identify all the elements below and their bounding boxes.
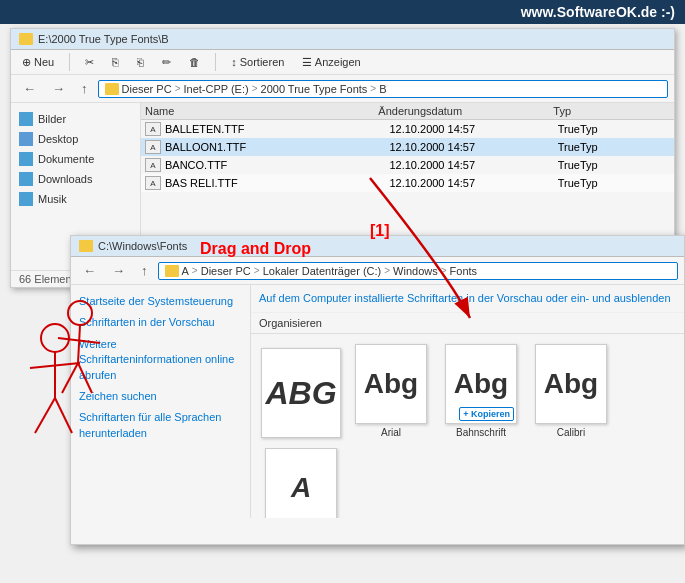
view-button[interactable]: ☰ Anzeigen [297, 54, 365, 71]
sidebar-item-musik[interactable]: Musik [11, 189, 140, 209]
desktop-icon [19, 132, 33, 146]
folder-icon [19, 33, 33, 45]
lower-sidebar-item-5[interactable]: Schriftarten für alle Sprachen herunterl… [71, 407, 250, 444]
musik-icon [19, 192, 33, 206]
table-row[interactable]: A BAS RELI.TTF 12.10.2000 14:57 TrueTyp [141, 174, 674, 192]
back-button[interactable]: ← [17, 78, 42, 99]
banner-text: www.SoftwareOK.de :-) [521, 4, 675, 20]
svg-point-1 [41, 324, 69, 352]
delete-icon: 🗑 [189, 56, 200, 68]
bahnschrift-label: Bahnschrift [456, 427, 506, 438]
lower-up-button[interactable]: ↑ [135, 260, 154, 281]
table-row[interactable]: A BALLETEN.TTF 12.10.2000 14:57 TrueTyp [141, 120, 674, 138]
calibri-preview: Abg [535, 344, 607, 424]
bc-fonts: 2000 True Type Fonts [261, 83, 368, 95]
file-list-header: Name Änderungsdatum Typ [141, 103, 674, 120]
sidebar-item-bilder[interactable]: Bilder [11, 109, 140, 129]
sidebar-item-desktop[interactable]: Desktop [11, 129, 140, 149]
lower-bc-pc2: Dieser PC [201, 265, 251, 277]
sidebar-item-downloads[interactable]: Downloads [11, 169, 140, 189]
top-banner: www.SoftwareOK.de :-) [0, 0, 685, 24]
abg-label: ABG [265, 375, 336, 412]
paste-button[interactable]: ⎗ [132, 54, 149, 70]
up-button[interactable]: ↑ [75, 78, 94, 99]
paste-icon: ⎗ [137, 56, 144, 68]
lower-sidebar-item-1[interactable]: Startseite der Systemsteuerung [71, 291, 250, 312]
arial-preview: Abg [355, 344, 427, 424]
copy-badge: + Kopieren [459, 407, 514, 421]
lower-nav-bar: ← → ↑ A > Dieser PC > Lokaler Datenträge… [71, 257, 684, 285]
font-item-arial[interactable]: Abg Arial [351, 344, 431, 438]
font-item-bahnschrift[interactable]: Abg + Kopieren Bahnschrift [441, 344, 521, 438]
toolbar-sep-1 [69, 53, 70, 71]
fonts-grid: ABG Abg Arial Abg + Kopieren Bahn [251, 334, 684, 518]
lower-sidebar-item-3[interactable]: Weitere Schriftarteninformationen online… [71, 334, 250, 386]
font-item-featured[interactable]: ABG [261, 348, 341, 438]
rename-icon: ✏ [162, 56, 171, 69]
upper-titlebar: E:\2000 True Type Fonts\B [11, 29, 674, 50]
file-icon: A [145, 176, 161, 190]
bracket-annotation: [1] [370, 222, 390, 240]
lower-back-button[interactable]: ← [77, 260, 102, 281]
font-item-cami[interactable]: A Cami [261, 448, 341, 518]
upper-toolbar: ⊕ Neu ✂ ⎘ ⎗ ✏ 🗑 ↕ Sortieren ☰ Anzeigen [11, 50, 674, 75]
sort-button[interactable]: ↕ Sortieren [226, 54, 289, 70]
lower-title: C:\Windows\Fonts [98, 240, 187, 252]
bilder-icon [19, 112, 33, 126]
lower-sidebar-item-2[interactable]: Schriftarten in der Vorschau [71, 312, 250, 333]
drag-drop-label: Drag and Drop [200, 240, 311, 258]
bc-b: B [379, 83, 386, 95]
col-date-header[interactable]: Änderungsdatum [378, 105, 553, 117]
fonts-toolbar[interactable]: Organisieren [251, 313, 684, 334]
cami-preview: A [265, 448, 337, 518]
lower-forward-button[interactable]: → [106, 260, 131, 281]
bc-pc: Dieser PC [122, 83, 172, 95]
breadcrumb-folder-icon [105, 83, 119, 95]
lower-sidebar-item-4[interactable]: Zeichen suchen [71, 386, 250, 407]
cut-button[interactable]: ✂ [80, 54, 99, 71]
toolbar-sep-2 [215, 53, 216, 71]
new-icon: ⊕ [22, 56, 31, 69]
dokumente-icon [19, 152, 33, 166]
arial-label: Arial [381, 427, 401, 438]
upper-title: E:\2000 True Type Fonts\B [38, 33, 169, 45]
lower-bc-pc: A [182, 265, 189, 277]
lower-folder-icon [79, 240, 93, 252]
calibri-label: Calibri [557, 427, 585, 438]
downloads-icon [19, 172, 33, 186]
lower-body: Startseite der Systemsteuerung Schriftar… [71, 285, 684, 518]
font-preview-abg: ABG [261, 348, 341, 438]
upper-breadcrumb[interactable]: Dieser PC > Inet-CPP (E:) > 2000 True Ty… [98, 80, 669, 98]
forward-button[interactable]: → [46, 78, 71, 99]
fonts-info: Auf dem Computer installierte Schriftart… [251, 285, 684, 313]
svg-line-4 [35, 398, 55, 433]
lower-bc-win: Windows [393, 265, 438, 277]
table-row[interactable]: A BALLOON1.TTF 12.10.2000 14:57 TrueTyp [141, 138, 674, 156]
file-icon: A [145, 122, 161, 136]
upper-nav-bar: ← → ↑ Dieser PC > Inet-CPP (E:) > 2000 T… [11, 75, 674, 103]
file-icon: A [145, 140, 161, 154]
table-row[interactable]: A BANCO.TTF 12.10.2000 14:57 TrueTyp [141, 156, 674, 174]
delete-button[interactable]: 🗑 [184, 54, 205, 70]
lower-bc-drive: Lokaler Datenträger (C:) [263, 265, 382, 277]
lower-explorer: C:\Windows\Fonts ← → ↑ A > Dieser PC > L… [70, 235, 685, 545]
font-item-calibri[interactable]: Abg Calibri [531, 344, 611, 438]
lower-breadcrumb-icon [165, 265, 179, 277]
col-type-header[interactable]: Typ [553, 105, 670, 117]
lower-breadcrumb[interactable]: A > Dieser PC > Lokaler Datenträger (C:)… [158, 262, 679, 280]
col-name-header[interactable]: Name [145, 105, 378, 117]
rename-button[interactable]: ✏ [157, 54, 176, 71]
copy-icon: ⎘ [112, 56, 119, 68]
bahnschrift-preview: Abg + Kopieren [445, 344, 517, 424]
fonts-area: Auf dem Computer installierte Schriftart… [251, 285, 684, 518]
copy-button[interactable]: ⎘ [107, 54, 124, 70]
cut-icon: ✂ [85, 56, 94, 69]
bc-drive: Inet-CPP (E:) [183, 83, 248, 95]
lower-bc-fonts: Fonts [450, 265, 478, 277]
lower-sidebar: Startseite der Systemsteuerung Schriftar… [71, 285, 251, 518]
sidebar-item-dokumente[interactable]: Dokumente [11, 149, 140, 169]
new-button[interactable]: ⊕ Neu [17, 54, 59, 71]
file-icon: A [145, 158, 161, 172]
